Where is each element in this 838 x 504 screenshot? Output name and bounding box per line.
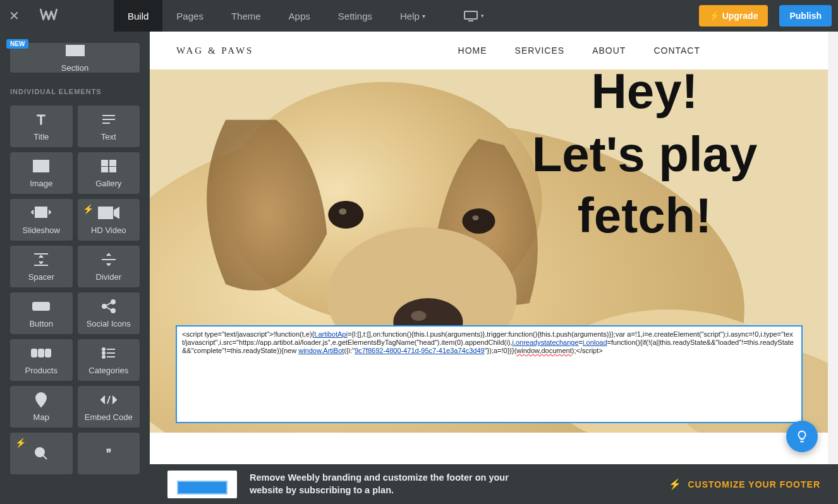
tile-text[interactable]: Text xyxy=(78,105,140,147)
svg-rect-7 xyxy=(33,160,49,172)
lightning-icon: ⚡ xyxy=(669,478,682,490)
svg-point-14 xyxy=(39,209,40,211)
customize-footer-button[interactable]: ⚡ CUSTOMIZE YOUR FOOTER xyxy=(669,478,821,490)
tile-spacer[interactable]: Spacer xyxy=(10,246,73,287)
quote-icon: ” xyxy=(101,446,116,461)
device-preview-dropdown[interactable]: ▾ xyxy=(463,10,484,21)
site-header: WAG & PAWS HOME SERVICES ABOUT CONTACT xyxy=(150,32,828,69)
svg-rect-12 xyxy=(110,167,116,172)
hdvideo-icon xyxy=(98,205,119,220)
tile-extra-1[interactable]: ⚡ xyxy=(10,433,73,474)
nav-about[interactable]: ABOUT xyxy=(592,45,626,56)
products-icon xyxy=(31,345,51,361)
tile-categories[interactable]: Categories xyxy=(78,339,140,381)
svg-rect-28 xyxy=(39,349,44,357)
svg-point-30 xyxy=(102,348,105,351)
embed-link-1[interactable]: t.artibotApi xyxy=(314,330,348,338)
hero-line-1: Hey! xyxy=(487,69,803,120)
new-badge: NEW xyxy=(6,39,28,49)
tile-extra-2[interactable]: ” xyxy=(78,433,140,474)
nav-contact[interactable]: CONTACT xyxy=(653,45,700,56)
tab-help[interactable]: Help▾ xyxy=(386,0,439,32)
weebly-logo[interactable] xyxy=(27,8,71,24)
social-icon xyxy=(101,299,116,314)
embed-code-block[interactable]: <script type="text/javascript">!function… xyxy=(176,325,803,423)
svg-line-26 xyxy=(106,307,111,310)
embed-link-2[interactable]: i.onreadystatechange xyxy=(512,339,578,346)
embed-link-4[interactable]: window.ArtiBot xyxy=(298,347,344,354)
button-icon xyxy=(32,299,50,314)
tile-label: Map xyxy=(33,412,49,422)
svg-line-25 xyxy=(106,303,111,306)
upgrade-button[interactable]: ⚡Upgrade xyxy=(699,5,768,27)
tab-apps[interactable]: Apps xyxy=(275,0,324,32)
tile-label: Text xyxy=(101,132,116,141)
site-logo[interactable]: WAG & PAWS xyxy=(176,45,253,56)
tile-map[interactable]: Map xyxy=(10,386,73,428)
svg-rect-10 xyxy=(110,160,116,165)
tile-button[interactable]: Button xyxy=(10,292,73,334)
svg-rect-2 xyxy=(66,45,84,56)
tile-embedcode[interactable]: Embed Code xyxy=(78,386,140,428)
tab-pages[interactable]: Pages xyxy=(162,0,217,32)
svg-point-38 xyxy=(35,448,44,457)
search-icon xyxy=(34,446,48,461)
tile-divider[interactable]: Divider xyxy=(78,246,140,287)
embed-link-3[interactable]: i.onload xyxy=(583,339,607,346)
help-bubble[interactable] xyxy=(786,421,818,452)
hero-section[interactable]: Hey! Let's play fetch! <script type="tex… xyxy=(150,69,828,433)
tile-label: Divider xyxy=(96,272,121,282)
tile-label: Gallery xyxy=(95,179,121,188)
tile-label: Image xyxy=(30,179,52,188)
image-icon xyxy=(33,159,49,174)
canvas-scroll[interactable]: WAG & PAWS HOME SERVICES ABOUT CONTACT xyxy=(150,32,838,464)
svg-line-39 xyxy=(43,455,47,459)
svg-point-24 xyxy=(111,309,115,313)
tile-label: Title xyxy=(33,132,49,141)
svg-point-36 xyxy=(39,396,43,400)
section-icon xyxy=(66,43,85,58)
hero-line-2: Let's play xyxy=(487,126,803,183)
tile-label: Embed Code xyxy=(85,412,133,422)
svg-rect-29 xyxy=(46,349,51,357)
tile-socialicons[interactable]: Social Icons xyxy=(78,292,140,334)
svg-text:”: ” xyxy=(106,448,111,459)
close-icon[interactable]: ✕ xyxy=(6,8,21,23)
site-preview[interactable]: WAG & PAWS HOME SERVICES ABOUT CONTACT xyxy=(150,32,828,464)
svg-point-50 xyxy=(472,215,478,220)
embed-link-5[interactable]: 9c7f8692-4800-471d-95c7-41e3a74c3d49 xyxy=(355,347,485,354)
panel-heading: INDIVIDUAL ELEMENTS xyxy=(10,88,140,95)
nav-services[interactable]: SERVICES xyxy=(515,45,565,56)
tab-settings[interactable]: Settings xyxy=(324,0,386,32)
embed-spell: window,document xyxy=(516,347,571,354)
lightning-icon: ⚡ xyxy=(709,11,720,21)
tab-build[interactable]: Build xyxy=(114,0,162,32)
tile-image[interactable]: Image xyxy=(10,152,73,194)
site-nav: HOME SERVICES ABOUT CONTACT xyxy=(458,45,700,56)
tile-gallery[interactable]: Gallery xyxy=(78,152,140,194)
title-icon: T xyxy=(34,112,48,127)
svg-point-46 xyxy=(411,311,426,321)
tile-products[interactable]: Products xyxy=(10,339,73,381)
below-hero-section[interactable] xyxy=(150,433,828,464)
tile-slideshow[interactable]: Slideshow xyxy=(10,199,73,241)
tile-label: Button xyxy=(29,319,53,328)
tile-title[interactable]: T Title xyxy=(10,105,73,147)
tile-hdvideo[interactable]: ⚡ HD Video xyxy=(78,199,140,241)
hero-text[interactable]: Hey! Let's play fetch! xyxy=(487,69,803,244)
svg-point-34 xyxy=(102,356,105,358)
tab-theme[interactable]: Theme xyxy=(217,0,275,32)
footer-upsell: Remove Weebly branding and customize the… xyxy=(150,464,838,504)
tile-label: Social Icons xyxy=(87,319,131,328)
nav-tabs: Build Pages Theme Apps Settings Help▾ xyxy=(114,0,439,32)
elements-panel[interactable]: NEW Section INDIVIDUAL ELEMENTS T Title … xyxy=(0,32,150,504)
tile-section[interactable]: NEW Section xyxy=(10,43,140,73)
embedcode-icon xyxy=(100,392,118,407)
publish-button[interactable]: Publish xyxy=(779,5,832,27)
chevron-down-icon: ▾ xyxy=(422,13,425,20)
svg-rect-0 xyxy=(465,11,477,19)
footer-thumb xyxy=(167,471,237,498)
svg-text:T: T xyxy=(37,113,46,126)
hero-line-3: fetch! xyxy=(487,188,803,244)
nav-home[interactable]: HOME xyxy=(458,45,487,56)
